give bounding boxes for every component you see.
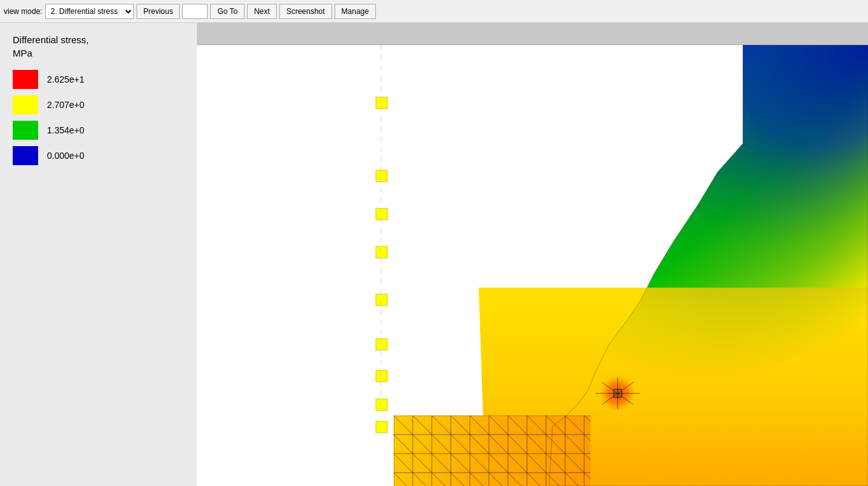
view-mode-label: view mode: <box>4 7 43 16</box>
screenshot-button[interactable]: Screenshot <box>279 4 332 19</box>
legend-value-yellow: 2.707e+0 <box>47 100 84 110</box>
legend-swatch-green <box>13 121 38 140</box>
legend-item-green: 1.354e+0 <box>13 121 184 140</box>
legend-panel: Differential stress,MPa 2.625e+1 2.707e+… <box>0 23 197 486</box>
legend-swatch-blue <box>13 146 38 165</box>
top-separator <box>197 23 868 45</box>
next-button[interactable]: Next <box>247 4 277 19</box>
frame-input[interactable]: 82 <box>182 4 208 19</box>
legend-item-red: 2.625e+1 <box>13 70 184 89</box>
visualization-canvas[interactable] <box>197 45 868 486</box>
visualization-panel[interactable] <box>197 23 868 486</box>
legend-value-red: 2.625e+1 <box>47 74 84 84</box>
go-to-button[interactable]: Go To <box>210 4 244 19</box>
toolbar: view mode: 1. Mean stress 2. Differentia… <box>0 0 868 23</box>
legend-swatch-red <box>13 70 38 89</box>
legend-item-yellow: 2.707e+0 <box>13 95 184 114</box>
legend-item-blue: 0.000e+0 <box>13 146 184 165</box>
main-content: Differential stress,MPa 2.625e+1 2.707e+… <box>0 23 868 486</box>
legend-value-green: 1.354e+0 <box>47 125 84 135</box>
legend-swatch-yellow <box>13 95 38 114</box>
manage-button[interactable]: Manage <box>335 4 376 19</box>
previous-button[interactable]: Previous <box>137 4 180 19</box>
legend-value-blue: 0.000e+0 <box>47 151 84 161</box>
legend-title: Differential stress,MPa <box>13 33 184 60</box>
view-mode-select[interactable]: 1. Mean stress 2. Differential stress 3.… <box>45 4 134 19</box>
